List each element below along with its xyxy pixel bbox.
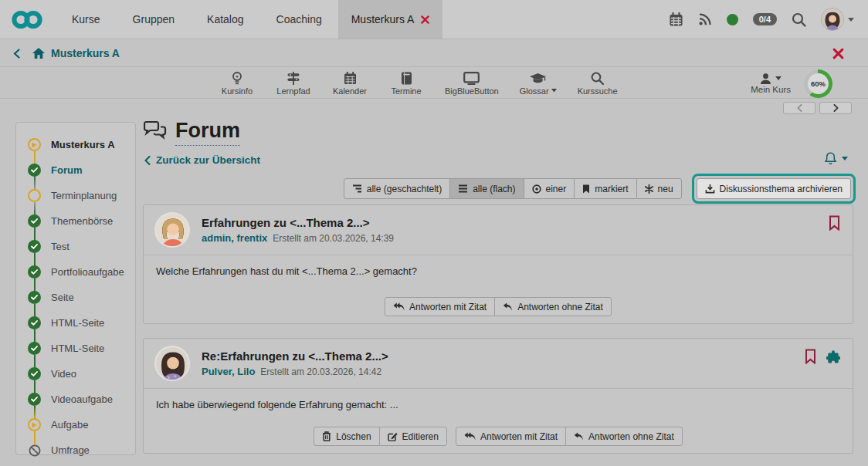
post-created: Erstellt am 20.03.2026, 14:42 [260,366,381,377]
tool-bigbluebutton[interactable]: BigBlueButton [445,72,499,96]
chevron-down-icon [842,157,848,160]
edit-button[interactable]: Editieren [379,427,447,446]
status-done-icon [28,367,41,380]
reply-with-quote-button[interactable]: Antworten mit Zitat [456,427,566,446]
sidebar-item-test[interactable]: Test [28,234,129,259]
reply-without-quote-button[interactable]: Antworten ohne Zitat [494,297,612,316]
tool-termine[interactable]: Termine [388,72,424,96]
sidebar-item-musterkurs-a[interactable]: Musterkurs A [28,132,129,157]
previous-element-button[interactable] [783,102,815,114]
tool-kalender[interactable]: Kalender [332,72,368,96]
tab-label: Musterkurs A [351,13,415,25]
avatar[interactable] [154,346,190,381]
sidebar-item-themenboerse[interactable]: Themenbörse [28,208,129,234]
back-to-overview-link[interactable]: Zurück zur Übersicht [144,154,260,166]
bookmark-outline-icon[interactable] [805,349,816,364]
filter-alle-geschachtelt[interactable]: alle (geschachtelt) [344,178,450,199]
sidebar-item-videoaufgabe[interactable]: Videoaufgabe [28,387,129,412]
timeline-segment [34,253,36,266]
tool-kursinfo[interactable]: Kursinfo [219,72,255,96]
avatar[interactable] [154,212,190,248]
avatar [821,8,844,31]
filter-markiert[interactable]: markiert [574,178,636,199]
sidebar-item-html-seite-2[interactable]: HTML-Seite [28,336,129,361]
tool-label: Glossar [520,86,557,96]
reply-button-group: Antworten mit Zitat Antworten ohne Zitat [456,427,683,446]
next-element-button[interactable] [819,102,852,114]
post-created: Erstellt am 20.03.2026, 14:39 [273,233,394,244]
tool-kurssuche[interactable]: Kurssuche [578,72,618,96]
close-course-icon[interactable] [832,48,855,59]
reply-icon [574,432,584,441]
sidebar-item-video[interactable]: Video [28,361,129,387]
status-done-icon [28,342,41,355]
chevron-left-icon [144,156,151,165]
chevron-down-icon [551,89,557,93]
post-meta: admin, frentix Erstellt am 20.03.2026, 1… [202,232,394,244]
post-actions: Antworten mit Zitat Antworten ohne Zitat [144,297,853,316]
sidebar-item-forum[interactable]: Forum [28,157,129,183]
topbar-right-tools: 0/4 [669,0,868,39]
filter-neu[interactable]: neu [636,178,682,199]
sidebar-item-aufgabe[interactable]: Aufgabe [28,412,129,437]
my-course-menu[interactable]: Mein Kurs [751,68,791,99]
bell-icon [825,152,836,165]
course-progress-ring[interactable]: 60% [804,69,832,98]
post-body: Welche Erfahrungen hast du mit <...Thema… [144,255,853,277]
sidebar-item-terminplanung[interactable]: Terminplanung [28,183,129,208]
nav-gruppen[interactable]: Gruppen [117,0,191,39]
reply-with-quote-button[interactable]: Antworten mit Zitat [385,297,495,316]
timeline-segment [34,151,36,164]
post-author-link[interactable]: Pulver, Lilo [202,366,255,377]
calendar-topbar-icon[interactable] [669,12,683,27]
filter-einer[interactable]: einer [524,178,575,199]
rss-icon[interactable] [698,12,712,26]
puzzle-icon[interactable] [826,350,840,363]
status-done-icon [28,291,41,304]
delete-button[interactable]: Löschen [314,427,379,446]
home-icon [32,48,45,59]
subscription-menu[interactable] [825,152,848,165]
tool-glossar[interactable]: Glossar [520,72,557,96]
reply-without-quote-button[interactable]: Antworten ohne Zitat [565,427,683,446]
forum-post: Erfahrungen zu <...Thema 2...> admin, fr… [143,204,853,324]
filter-alle-flach[interactable]: alle (flach) [449,178,524,199]
page-title-row: Forum [144,120,240,146]
breadcrumb[interactable]: Musterkurs A [32,47,120,59]
openolat-logo[interactable] [0,0,56,39]
timeline-segment [34,228,36,241]
tool-lernpfad[interactable]: Lernpfad [276,72,311,96]
monitor-icon [463,72,480,85]
nav-katalog[interactable]: Katalog [191,0,259,39]
search-icon[interactable] [792,12,806,27]
tab-close-icon[interactable] [421,15,429,24]
post-author-link[interactable]: admin, frentix [202,232,267,244]
sidebar-item-umfrage[interactable]: Umfrage [28,437,129,463]
chevron-down-icon [848,18,854,22]
sidebar-item-portfolioaufgabe[interactable]: Portfolioaufgabe [28,259,129,285]
course-element-pager [783,102,852,114]
tool-label: Kurssuche [578,86,618,96]
post-header-text: Erfahrungen zu <...Thema 2...> admin, fr… [202,216,394,244]
back-icon[interactable] [13,49,20,59]
archive-discussion-button[interactable]: Diskussionsthema archivieren [697,178,851,199]
sidebar-item-html-seite-1[interactable]: HTML-Seite [28,310,129,336]
bookmark-icon [582,184,590,194]
chat-counter-badge[interactable]: 0/4 [753,13,777,25]
tool-glossar-text: Glossar [520,86,549,96]
single-view-icon [532,184,541,194]
status-open-icon [28,189,41,202]
bookmark-outline-icon[interactable] [829,215,840,231]
sidebar-item-seite[interactable]: Seite [28,285,129,310]
post-actions: Löschen Editieren Antworten mit Zitat [144,427,853,446]
forum-filter-row: alle (geschachtelt) alle (flach) einer m… [143,174,856,204]
timeline-segment [34,279,36,292]
flat-list-icon [458,184,468,193]
nav-kurse[interactable]: Kurse [56,0,117,39]
nav-coaching[interactable]: Coaching [260,0,338,39]
user-menu[interactable] [821,8,854,31]
tab-musterkurs-a[interactable]: Musterkurs A [338,0,443,39]
course-breadcrumb-bar: Musterkurs A [0,40,868,67]
indent-list-icon [352,184,362,193]
course-toolbar: Kursinfo Lernpfad Kalender Termine BigBl… [0,68,868,99]
